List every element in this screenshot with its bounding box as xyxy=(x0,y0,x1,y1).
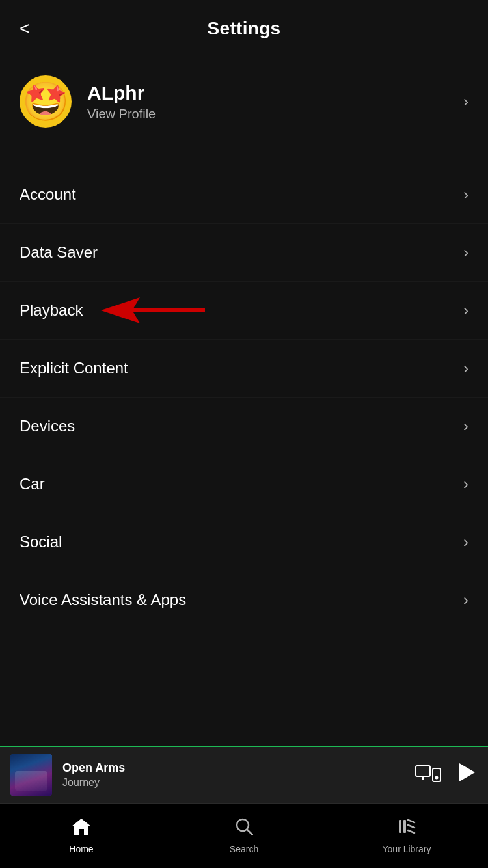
settings-item-devices[interactable]: Devices › xyxy=(0,398,488,455)
social-chevron-icon: › xyxy=(463,533,468,551)
now-playing-bar[interactable]: Open Arms Journey xyxy=(0,746,488,803)
view-profile-label: View Profile xyxy=(87,107,457,122)
svg-point-4 xyxy=(435,776,439,780)
back-button[interactable]: < xyxy=(20,18,30,39)
settings-item-car[interactable]: Car › xyxy=(0,455,488,513)
svg-marker-6 xyxy=(72,819,91,835)
settings-item-data-saver[interactable]: Data Saver › xyxy=(0,224,488,282)
devices-label: Devices xyxy=(20,417,75,435)
bottom-navigation: Home Search Your Library xyxy=(0,803,488,868)
library-label: Your Library xyxy=(383,844,431,854)
avatar-emoji: 🤩 xyxy=(22,83,69,120)
devices-chevron-icon: › xyxy=(463,417,468,435)
svg-line-8 xyxy=(247,830,252,835)
svg-rect-9 xyxy=(399,820,401,833)
settings-list: Account › Data Saver › Playback › Explic… xyxy=(0,166,488,629)
nav-item-search[interactable]: Search xyxy=(163,817,325,854)
settings-item-account[interactable]: Account › xyxy=(0,166,488,224)
svg-line-13 xyxy=(408,830,414,833)
nav-item-library[interactable]: Your Library xyxy=(325,817,488,854)
profile-chevron-icon: › xyxy=(463,92,468,111)
now-playing-info: Open Arms Journey xyxy=(62,761,415,789)
explicit-content-chevron-icon: › xyxy=(463,359,468,377)
voice-assistants-chevron-icon: › xyxy=(463,591,468,609)
now-playing-artist: Journey xyxy=(62,777,415,789)
search-label: Search xyxy=(230,844,258,854)
svg-rect-3 xyxy=(433,768,441,781)
account-label: Account xyxy=(20,185,76,204)
svg-marker-5 xyxy=(459,763,475,781)
library-icon xyxy=(398,817,416,840)
data-saver-label: Data Saver xyxy=(20,243,98,262)
home-icon xyxy=(72,817,91,840)
svg-marker-0 xyxy=(101,297,205,323)
playback-label: Playback xyxy=(20,301,83,319)
svg-rect-10 xyxy=(403,820,406,833)
home-label: Home xyxy=(69,844,93,854)
svg-line-11 xyxy=(408,820,414,822)
now-playing-title: Open Arms xyxy=(62,761,415,775)
profile-row[interactable]: 🤩 ALphr View Profile › xyxy=(0,57,488,146)
svg-line-12 xyxy=(408,825,414,828)
data-saver-chevron-icon: › xyxy=(463,243,468,262)
settings-header: < Settings xyxy=(0,0,488,57)
svg-rect-1 xyxy=(416,766,430,776)
car-label: Car xyxy=(20,475,45,493)
playback-arrow-annotation xyxy=(101,294,205,327)
settings-item-voice-assistants[interactable]: Voice Assistants & Apps › xyxy=(0,571,488,629)
settings-item-playback[interactable]: Playback › xyxy=(0,282,488,340)
album-art xyxy=(10,754,52,796)
play-button[interactable] xyxy=(454,761,478,790)
avatar: 🤩 xyxy=(20,75,72,128)
nav-item-home[interactable]: Home xyxy=(0,817,163,854)
profile-info: ALphr View Profile xyxy=(87,82,457,122)
page-title: Settings xyxy=(208,18,281,39)
device-icon[interactable] xyxy=(415,765,441,785)
settings-item-social[interactable]: Social › xyxy=(0,513,488,571)
car-chevron-icon: › xyxy=(463,475,468,493)
explicit-content-label: Explicit Content xyxy=(20,359,128,377)
profile-name: ALphr xyxy=(87,82,457,104)
search-icon xyxy=(235,817,253,840)
social-label: Social xyxy=(20,533,62,551)
settings-item-explicit-content[interactable]: Explicit Content › xyxy=(0,340,488,398)
now-playing-controls xyxy=(415,761,478,790)
playback-chevron-icon: › xyxy=(463,301,468,319)
account-chevron-icon: › xyxy=(463,185,468,204)
voice-assistants-label: Voice Assistants & Apps xyxy=(20,591,186,609)
